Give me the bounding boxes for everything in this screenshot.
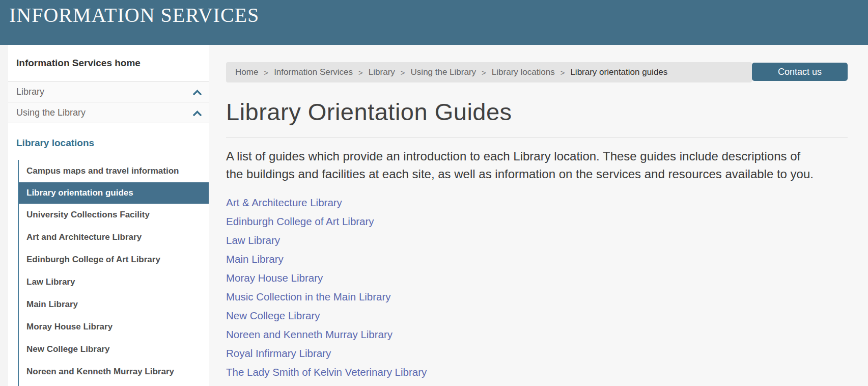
sidebar-item-noreen-and-kenneth-murray-library[interactable]: Noreen and Kenneth Murray Library <box>19 361 209 383</box>
accordion-label: Using the Library <box>16 107 86 118</box>
link-moray-house-library[interactable]: Moray House Library <box>226 272 323 284</box>
list-item: Law Library <box>226 234 848 246</box>
sidebar-item-home[interactable]: Information Services home <box>8 45 209 81</box>
list-item: Art & Architecture Library <box>226 197 848 209</box>
link-new-college-library[interactable]: New College Library <box>226 310 320 321</box>
breadcrumb-current-page: Library orientation guides <box>570 67 667 77</box>
site-title: INFORMATION SERVICES <box>9 3 868 27</box>
link-main-library[interactable]: Main Library <box>226 253 284 265</box>
list-item: Royal Infirmary Library <box>226 347 848 360</box>
sidebar-item-law-library[interactable]: Law Library <box>19 271 209 293</box>
breadcrumb-separator: > <box>561 68 565 77</box>
sidebar-item-library-locations[interactable]: Library locations <box>8 123 209 160</box>
list-item: Music Collection in the Main Library <box>226 291 848 303</box>
sidebar-accordion-using-the-library[interactable]: Using the Library <box>8 102 209 123</box>
breadcrumb-separator: > <box>401 68 405 77</box>
list-item: Edinburgh College of Art Library <box>226 215 848 228</box>
page-body: Information Services home Library Using … <box>0 45 868 386</box>
sidebar-item-university-collections-facility[interactable]: University Collections Facility <box>19 204 209 226</box>
link-noreen-and-kenneth-murray-library[interactable]: Noreen and Kenneth Murray Library <box>226 328 393 340</box>
sidebar-item-campus-maps[interactable]: Campus maps and travel information <box>19 160 209 182</box>
link-law-library[interactable]: Law Library <box>226 234 280 246</box>
contact-us-button[interactable]: Contact us <box>752 63 848 81</box>
link-art-architecture-library[interactable]: Art & Architecture Library <box>226 197 342 208</box>
accordion-label: Library <box>16 87 44 97</box>
main-content: Home > Information Services > Library > … <box>209 45 868 386</box>
breadcrumb-information-services[interactable]: Information Services <box>274 67 353 77</box>
link-royal-infirmary-library[interactable]: Royal Infirmary Library <box>226 347 331 359</box>
library-guide-links: Art & Architecture Library Edinburgh Col… <box>226 197 848 386</box>
sidebar-item-moray-house-library[interactable]: Moray House Library <box>19 316 209 338</box>
breadcrumb-library-locations[interactable]: Library locations <box>492 67 555 77</box>
list-item: Main Library <box>226 253 848 265</box>
link-music-collection-main-library[interactable]: Music Collection in the Main Library <box>226 291 391 302</box>
sidebar-item-art-and-architecture-library[interactable]: Art and Architecture Library <box>19 226 209 249</box>
sidebar: Information Services home Library Using … <box>8 45 209 386</box>
sidebar-accordion-library[interactable]: Library <box>8 81 209 102</box>
breadcrumb: Home > Information Services > Library > … <box>226 62 752 82</box>
sidebar-item-edinburgh-college-of-art-library[interactable]: Edinburgh College of Art Library <box>19 249 209 271</box>
breadcrumb-separator: > <box>482 68 486 77</box>
page-title: Library Orientation Guides <box>226 98 848 126</box>
sidebar-item-main-library[interactable]: Main Library <box>19 293 209 316</box>
title-divider <box>226 137 848 137</box>
intro-paragraph: A list of guides which provide an introd… <box>226 148 819 183</box>
chevron-up-icon <box>192 110 202 119</box>
breadcrumb-home[interactable]: Home <box>235 67 258 77</box>
list-item: The Lady Smith of Kelvin Veterinary Libr… <box>226 366 848 378</box>
list-item: Noreen and Kenneth Murray Library <box>226 328 848 341</box>
link-edinburgh-college-of-art-library[interactable]: Edinburgh College of Art Library <box>226 215 374 227</box>
list-item: Moray House Library <box>226 272 848 284</box>
top-row: Home > Information Services > Library > … <box>226 62 848 82</box>
list-item: New College Library <box>226 310 848 322</box>
breadcrumb-using-the-library[interactable]: Using the Library <box>411 67 477 77</box>
link-lady-smith-of-kelvin-veterinary-library[interactable]: The Lady Smith of Kelvin Veterinary Libr… <box>226 366 427 378</box>
top-banner: INFORMATION SERVICES <box>0 0 868 45</box>
breadcrumb-separator: > <box>264 68 268 77</box>
breadcrumb-library[interactable]: Library <box>369 67 395 77</box>
breadcrumb-separator: > <box>358 68 363 77</box>
sidebar-item-new-college-library[interactable]: New College Library <box>19 338 209 361</box>
sidebar-subnav: Campus maps and travel information Libra… <box>18 160 209 386</box>
chevron-up-icon <box>192 89 202 98</box>
sidebar-item-library-orientation-guides[interactable]: Library orientation guides <box>19 182 209 204</box>
